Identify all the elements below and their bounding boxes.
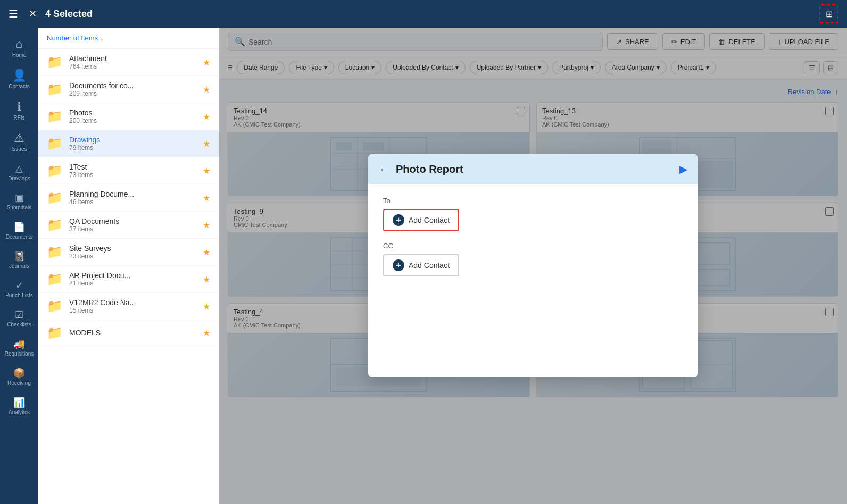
file-panel: Number of Items ↓ 📁 Attachment 764 items… bbox=[38, 28, 219, 504]
folder-icon: 📁 bbox=[47, 217, 63, 232]
top-right-icon[interactable]: ⊞ bbox=[819, 4, 838, 23]
sort-label: Number of Items bbox=[47, 34, 98, 42]
punchlists-icon: ✓ bbox=[15, 280, 23, 291]
folder-count: 23 items bbox=[69, 253, 203, 260]
sidebar-item-label: Documents bbox=[6, 234, 33, 240]
modal-back-button[interactable]: ← bbox=[379, 163, 389, 175]
requisitions-icon: 🚚 bbox=[13, 338, 25, 350]
sidebar-item-checklists[interactable]: ☑ Checklists bbox=[0, 304, 38, 333]
add-contact-label: Add Contact bbox=[409, 261, 450, 270]
sidebar-item-label: Journals bbox=[9, 263, 29, 269]
close-button[interactable]: ✕ bbox=[29, 8, 37, 20]
content-area: 🔍 ↗ SHARE ✏ EDIT 🗑 DELETE ↑ UPLOAD bbox=[219, 28, 847, 504]
folder-item-site-surveys[interactable]: 📁 Site Surveys 23 items ★ bbox=[38, 239, 219, 266]
sidebar-item-rfis[interactable]: ℹ RFIs bbox=[0, 95, 38, 126]
sidebar-item-analytics[interactable]: 📊 Analytics bbox=[0, 391, 38, 421]
folder-info: AR Project Docu... 21 items bbox=[69, 271, 203, 287]
folder-item-1test[interactable]: 📁 1Test 73 items ★ bbox=[38, 157, 219, 184]
sidebar-item-label: Punch Lists bbox=[5, 292, 33, 298]
star-icon[interactable]: ★ bbox=[203, 220, 210, 230]
sidebar-item-receiving[interactable]: 📦 Receiving bbox=[0, 362, 38, 391]
app-container: ☰ ✕ 4 Selected ⊞ ⌂ Home 👤 Contacts ℹ RFI… bbox=[0, 0, 847, 504]
folder-info: Documents for co... 209 items bbox=[69, 81, 203, 97]
folder-icon: 📁 bbox=[47, 299, 63, 314]
file-panel-header: Number of Items ↓ bbox=[38, 28, 219, 49]
sort-arrow: ↓ bbox=[100, 34, 104, 42]
sidebar-item-label: Checklists bbox=[7, 322, 31, 327]
contacts-icon: 👤 bbox=[12, 69, 27, 82]
folder-name: Drawings bbox=[69, 136, 203, 144]
sidebar-item-requisitions[interactable]: 🚚 Requisitions bbox=[0, 333, 38, 362]
star-icon[interactable]: ★ bbox=[203, 301, 210, 312]
folder-count: 200 items bbox=[69, 117, 203, 124]
star-icon[interactable]: ★ bbox=[203, 193, 210, 203]
folder-item-v12mr2[interactable]: 📁 V12MR2 Code Na... 15 items ★ bbox=[38, 293, 219, 320]
hamburger-icon[interactable]: ☰ bbox=[9, 7, 18, 20]
star-icon[interactable]: ★ bbox=[203, 57, 210, 68]
folder-info: Planning Docume... 46 items bbox=[69, 190, 203, 206]
star-icon[interactable]: ★ bbox=[203, 328, 210, 338]
folder-count: 21 items bbox=[69, 280, 203, 287]
star-icon[interactable]: ★ bbox=[203, 247, 210, 257]
submittals-icon: ▣ bbox=[15, 192, 24, 204]
modal-header: ← Photo Report ▶ bbox=[368, 154, 698, 184]
sidebar-item-punchlists[interactable]: ✓ Punch Lists bbox=[0, 274, 38, 304]
documents-icon: 📄 bbox=[13, 221, 25, 233]
folder-icon: 📁 bbox=[47, 55, 63, 70]
sidebar-item-contacts[interactable]: 👤 Contacts bbox=[0, 63, 38, 95]
star-icon[interactable]: ★ bbox=[203, 139, 210, 149]
sidebar-item-label: Issues bbox=[12, 146, 27, 152]
plus-icon: + bbox=[393, 214, 404, 226]
folder-name: Site Surveys bbox=[69, 244, 203, 253]
rfis-icon: ℹ bbox=[17, 100, 21, 114]
sidebar-item-journals[interactable]: 📓 Journals bbox=[0, 245, 38, 274]
to-add-contact-button[interactable]: + Add Contact bbox=[383, 209, 459, 231]
sidebar-item-drawings[interactable]: △ Drawings bbox=[0, 157, 38, 187]
sidebar-item-issues[interactable]: ⚠ Issues bbox=[0, 126, 38, 157]
folder-item-documents-co[interactable]: 📁 Documents for co... 209 items ★ bbox=[38, 76, 219, 103]
sidebar-item-label: RFIs bbox=[13, 115, 24, 121]
cc-add-contact-button[interactable]: + Add Contact bbox=[383, 254, 459, 276]
plus-icon: + bbox=[393, 259, 404, 271]
folder-info: V12MR2 Code Na... 15 items bbox=[69, 298, 203, 314]
star-icon[interactable]: ★ bbox=[203, 112, 210, 122]
folder-item-attachment[interactable]: 📁 Attachment 764 items ★ bbox=[38, 49, 219, 76]
folder-info: QA Documents 37 items bbox=[69, 217, 203, 233]
sidebar-item-label: Home bbox=[12, 52, 27, 58]
folder-name: 1Test bbox=[69, 163, 203, 171]
drawings-icon: △ bbox=[15, 163, 23, 174]
modal-send-button[interactable]: ▶ bbox=[679, 163, 687, 175]
issues-icon: ⚠ bbox=[14, 131, 24, 145]
cc-field-section: CC + Add Contact bbox=[383, 242, 683, 276]
folder-count: 73 items bbox=[69, 171, 203, 179]
home-icon: ⌂ bbox=[15, 37, 22, 51]
folder-info: Site Surveys 23 items bbox=[69, 244, 203, 260]
sidebar-item-submittals[interactable]: ▣ Submittals bbox=[0, 187, 38, 216]
folder-name: QA Documents bbox=[69, 217, 203, 225]
folder-item-models[interactable]: 📁 MODELS ★ bbox=[38, 320, 219, 346]
modal-overlay[interactable]: ← Photo Report ▶ To + Add Contact bbox=[219, 28, 847, 504]
modal-body: To + Add Contact CC + Add Contact bbox=[368, 184, 698, 300]
folder-item-qa-documents[interactable]: 📁 QA Documents 37 items ★ bbox=[38, 212, 219, 239]
checklists-icon: ☑ bbox=[15, 309, 23, 321]
sidebar-item-home[interactable]: ⌂ Home bbox=[0, 32, 38, 63]
main-area: ⌂ Home 👤 Contacts ℹ RFIs ⚠ Issues △ Draw… bbox=[0, 28, 847, 504]
star-icon[interactable]: ★ bbox=[203, 85, 210, 95]
sort-row[interactable]: Number of Items ↓ bbox=[47, 34, 210, 42]
folder-name: Photos bbox=[69, 108, 203, 117]
star-icon[interactable]: ★ bbox=[203, 166, 210, 176]
folder-item-ar-project[interactable]: 📁 AR Project Docu... 21 items ★ bbox=[38, 266, 219, 293]
cc-label: CC bbox=[383, 242, 683, 250]
selected-count: 4 Selected bbox=[45, 9, 819, 20]
folder-name: Attachment bbox=[69, 54, 203, 63]
top-bar: ☰ ✕ 4 Selected ⊞ bbox=[0, 0, 847, 28]
folder-item-drawings[interactable]: 📁 Drawings 79 items ★ bbox=[38, 130, 219, 157]
photo-report-modal: ← Photo Report ▶ To + Add Contact bbox=[368, 154, 698, 377]
grid-icon: ⊞ bbox=[826, 9, 833, 19]
folder-name: AR Project Docu... bbox=[69, 271, 203, 280]
star-icon[interactable]: ★ bbox=[203, 274, 210, 284]
sidebar-item-documents[interactable]: 📄 Documents bbox=[0, 216, 38, 245]
sidebar: ⌂ Home 👤 Contacts ℹ RFIs ⚠ Issues △ Draw… bbox=[0, 28, 38, 504]
folder-item-photos[interactable]: 📁 Photos 200 items ★ bbox=[38, 103, 219, 130]
folder-item-planning[interactable]: 📁 Planning Docume... 46 items ★ bbox=[38, 184, 219, 212]
